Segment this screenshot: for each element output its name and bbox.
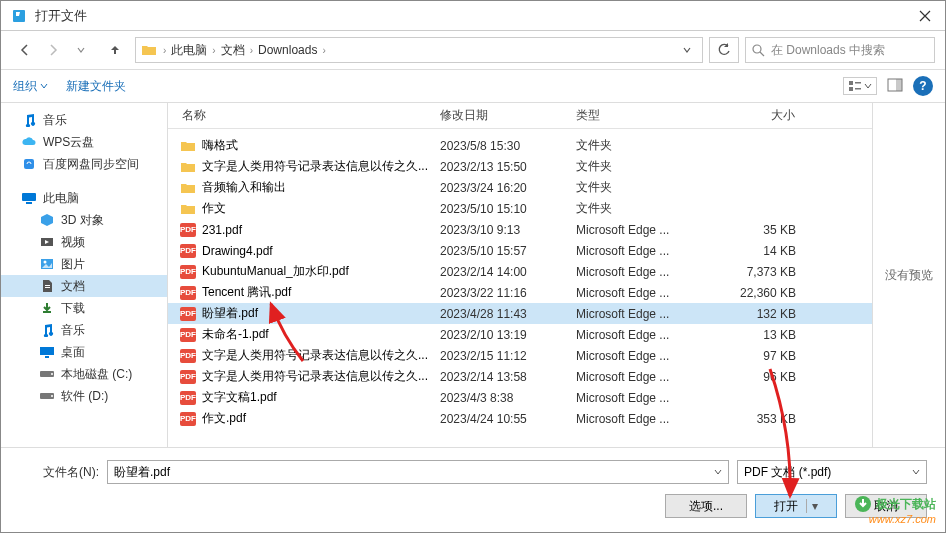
chevron-right-icon: ›	[247, 45, 256, 56]
file-row[interactable]: PDF盼望着.pdf2023/4/28 11:43Microsoft Edge …	[168, 303, 872, 324]
file-row[interactable]: 音频输入和输出2023/3/24 16:20文件夹	[168, 177, 872, 198]
chevron-down-icon[interactable]: ▾	[806, 499, 818, 513]
chevron-down-icon[interactable]	[329, 45, 698, 55]
sidebar: 音乐WPS云盘百度网盘同步空间此电脑3D 对象视频图片文档下载音乐桌面本地磁盘 …	[1, 103, 168, 447]
file-name: 未命名-1.pdf	[202, 326, 269, 343]
download-icon	[39, 300, 55, 316]
view-mode-button[interactable]	[843, 77, 877, 95]
file-date: 2023/4/3 8:38	[432, 391, 568, 405]
sidebar-item[interactable]: WPS云盘	[1, 131, 167, 153]
filename-input-wrapper[interactable]	[107, 460, 729, 484]
preview-toggle-button[interactable]	[887, 78, 903, 95]
file-row[interactable]: PDF未命名-1.pdf2023/2/10 13:19Microsoft Edg…	[168, 324, 872, 345]
refresh-button[interactable]	[709, 37, 739, 63]
open-button[interactable]: 打开 ▾	[755, 494, 837, 518]
sidebar-item[interactable]: 下载	[1, 297, 167, 319]
file-row[interactable]: PDFKubuntuManual_加水印.pdf2023/2/14 14:00M…	[168, 261, 872, 282]
file-type: Microsoft Edge ...	[568, 244, 704, 258]
breadcrumb[interactable]: › 此电脑 › 文档 › Downloads ›	[135, 37, 703, 63]
file-row[interactable]: PDFTencent 腾讯.pdf2023/3/22 11:16Microsof…	[168, 282, 872, 303]
svg-rect-17	[45, 356, 49, 358]
sidebar-item[interactable]: 音乐	[1, 319, 167, 341]
search-field[interactable]	[771, 43, 928, 57]
svg-rect-8	[24, 159, 34, 169]
file-row[interactable]: PDF文字文稿1.pdf2023/4/3 8:38Microsoft Edge …	[168, 387, 872, 408]
sidebar-item-thispc[interactable]: 此电脑	[1, 187, 167, 209]
file-date: 2023/2/14 13:58	[432, 370, 568, 384]
file-row[interactable]: 文字是人类用符号记录表达信息以传之久...2023/2/13 15:50文件夹	[168, 156, 872, 177]
breadcrumb-item[interactable]: Downloads	[256, 43, 319, 57]
sync-icon	[21, 156, 37, 172]
sidebar-item[interactable]: 音乐	[1, 109, 167, 131]
filter-label: PDF 文档 (*.pdf)	[744, 464, 831, 481]
file-row[interactable]: PDF作文.pdf2023/4/24 10:55Microsoft Edge .…	[168, 408, 872, 429]
breadcrumb-item[interactable]: 文档	[219, 42, 247, 59]
sidebar-item[interactable]: 本地磁盘 (C:)	[1, 363, 167, 385]
file-date: 2023/5/10 15:57	[432, 244, 568, 258]
breadcrumb-item[interactable]: 此电脑	[169, 42, 209, 59]
svg-rect-7	[896, 79, 902, 91]
file-date: 2023/5/8 15:30	[432, 139, 568, 153]
sidebar-item[interactable]: 视频	[1, 231, 167, 253]
pdf-icon: PDF	[180, 369, 196, 385]
file-date: 2023/2/14 14:00	[432, 265, 568, 279]
file-row[interactable]: PDFDrawing4.pdf2023/5/10 15:57Microsoft …	[168, 240, 872, 261]
svg-rect-14	[45, 285, 50, 286]
options-button[interactable]: 选项...	[665, 494, 747, 518]
svg-rect-10	[26, 202, 32, 204]
sidebar-item-label: 下载	[61, 300, 85, 317]
sidebar-item-label: 本地磁盘 (C:)	[61, 366, 132, 383]
nav-forward-button[interactable]	[39, 36, 67, 64]
file-row[interactable]: 作文2023/5/10 15:10文件夹	[168, 198, 872, 219]
video-icon	[39, 234, 55, 250]
sidebar-item[interactable]: 3D 对象	[1, 209, 167, 231]
pdf-icon: PDF	[180, 243, 196, 259]
column-size[interactable]: 大小	[704, 107, 804, 124]
search-input[interactable]	[745, 37, 935, 63]
sidebar-item[interactable]: 百度网盘同步空间	[1, 153, 167, 175]
sidebar-item-label: WPS云盘	[43, 134, 94, 151]
file-list-header[interactable]: 名称 修改日期 类型 大小	[168, 103, 872, 129]
preview-pane: 没有预览	[873, 103, 945, 447]
nav-recent-button[interactable]	[67, 36, 95, 64]
file-type-filter[interactable]: PDF 文档 (*.pdf)	[737, 460, 927, 484]
file-row[interactable]: 嗨格式2023/5/8 15:30文件夹	[168, 135, 872, 156]
column-type[interactable]: 类型	[568, 107, 704, 124]
file-size: 132 KB	[704, 307, 804, 321]
nav-back-button[interactable]	[11, 36, 39, 64]
chevron-down-icon[interactable]	[714, 468, 722, 476]
column-name[interactable]: 名称	[168, 107, 432, 124]
sidebar-item-label: 桌面	[61, 344, 85, 361]
sidebar-item-label: 3D 对象	[61, 212, 104, 229]
new-folder-button[interactable]: 新建文件夹	[66, 78, 126, 95]
search-icon	[752, 44, 765, 57]
filename-input[interactable]	[114, 465, 710, 479]
cloud-icon	[21, 134, 37, 150]
drive-icon	[39, 388, 55, 404]
organize-button[interactable]: 组织	[13, 78, 48, 95]
folder-icon	[180, 138, 196, 154]
sidebar-item-label: 文档	[61, 278, 85, 295]
music-icon	[39, 322, 55, 338]
file-date: 2023/3/22 11:16	[432, 286, 568, 300]
sidebar-item[interactable]: 桌面	[1, 341, 167, 363]
file-name: 文字文稿1.pdf	[202, 389, 277, 406]
file-date: 2023/3/24 16:20	[432, 181, 568, 195]
sidebar-item[interactable]: 文档	[1, 275, 167, 297]
column-date[interactable]: 修改日期	[432, 107, 568, 124]
file-row[interactable]: PDF文字是人类用符号记录表达信息以传之久...2023/2/15 11:12M…	[168, 345, 872, 366]
close-button[interactable]	[905, 1, 945, 31]
file-row[interactable]: PDF231.pdf2023/3/10 9:13Microsoft Edge .…	[168, 219, 872, 240]
folder-icon	[180, 180, 196, 196]
chevron-down-icon	[912, 468, 920, 476]
sidebar-item[interactable]: 图片	[1, 253, 167, 275]
file-row[interactable]: PDF文字是人类用符号记录表达信息以传之久...2023/2/14 13:58M…	[168, 366, 872, 387]
help-button[interactable]: ?	[913, 76, 933, 96]
sidebar-item-label: 百度网盘同步空间	[43, 156, 139, 173]
folder-icon	[140, 41, 158, 59]
sidebar-item[interactable]: 软件 (D:)	[1, 385, 167, 407]
file-size: 7,373 KB	[704, 265, 804, 279]
nav-up-button[interactable]	[101, 36, 129, 64]
folder-icon	[180, 159, 196, 175]
file-size: 96 KB	[704, 370, 804, 384]
